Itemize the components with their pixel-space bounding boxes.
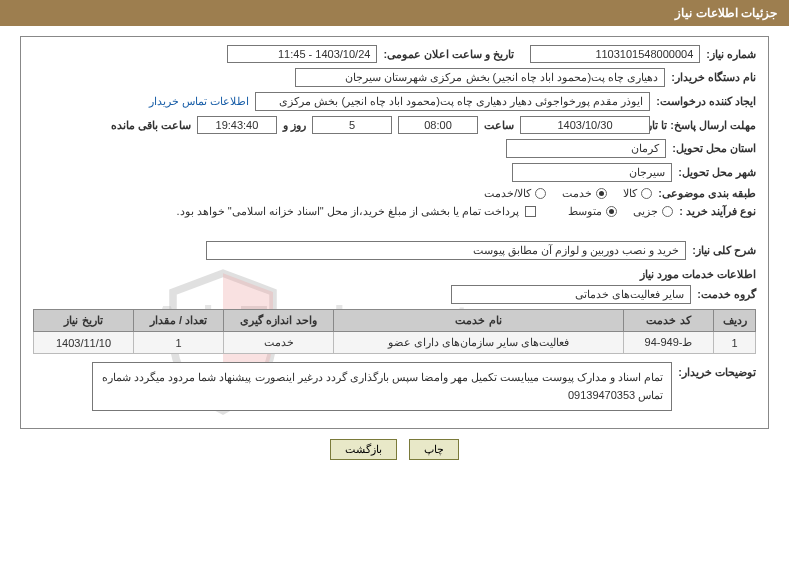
radio-icon [596, 188, 607, 199]
col-qty: تعداد / مقدار [134, 310, 224, 332]
buyer-org-field: دهیاری چاه پت(محمود اباد چاه انجیر) بخش … [295, 68, 665, 87]
service-group-label: گروه خدمت: [697, 288, 756, 301]
cat-goods-service-text: کالا/خدمت [484, 187, 531, 200]
buyer-org-label: نام دستگاه خریدار: [671, 71, 756, 84]
col-row: ردیف [714, 310, 756, 332]
province-field: کرمان [506, 139, 666, 158]
col-date: تاریخ نیاز [34, 310, 134, 332]
col-code: کد خدمت [624, 310, 714, 332]
need-no-field: 1103101548000004 [530, 45, 700, 63]
page-title: جزئیات اطلاعات نیاز [675, 6, 777, 20]
cell-unit: خدمت [224, 332, 334, 354]
buyer-notes-label: توضیحات خریدار: [678, 362, 756, 379]
cat-goods-radio[interactable]: کالا [623, 187, 652, 200]
cell-date: 1403/11/10 [34, 332, 134, 354]
services-header: اطلاعات خدمات مورد نیاز [33, 268, 756, 281]
deadline-label: مهلت ارسال پاسخ: تا تاریخ: [656, 119, 756, 132]
announce-label: تاریخ و ساعت اعلان عمومی: [383, 48, 514, 61]
need-no-label: شماره نیاز: [706, 48, 756, 61]
services-table: ردیف کد خدمت نام خدمت واحد اندازه گیری ت… [33, 309, 756, 354]
col-name: نام خدمت [334, 310, 624, 332]
back-button[interactable]: بازگشت [330, 439, 397, 460]
deadline-time-field: 08:00 [398, 116, 478, 134]
purchase-type-label: نوع فرآیند خرید : [679, 205, 756, 218]
cell-name: فعالیت‌های سایر سازمان‌های دارای عضو [334, 332, 624, 354]
time-label: ساعت [484, 119, 514, 132]
remaining-suffix: ساعت باقی مانده [111, 119, 191, 132]
days-field: 5 [312, 116, 392, 134]
days-suffix: روز و [283, 119, 306, 132]
page-header: جزئیات اطلاعات نیاز [0, 0, 789, 26]
cell-qty: 1 [134, 332, 224, 354]
payment-checkbox[interactable] [525, 206, 536, 217]
province-label: استان محل تحویل: [672, 142, 756, 155]
city-field: سیرجان [512, 163, 672, 182]
category-label: طبقه بندی موضوعی: [658, 187, 756, 200]
radio-icon [535, 188, 546, 199]
cat-service-radio[interactable]: خدمت [562, 187, 607, 200]
cat-service-text: خدمت [562, 187, 592, 200]
announce-field: 1403/10/24 - 11:45 [227, 45, 377, 63]
service-group-field: سایر فعالیت‌های خدماتی [451, 285, 691, 304]
type-partial-radio[interactable]: جزیی [633, 205, 673, 218]
cat-goods-service-radio[interactable]: کالا/خدمت [484, 187, 546, 200]
city-label: شهر محل تحویل: [678, 166, 756, 179]
print-button[interactable]: چاپ [409, 439, 459, 460]
overall-desc-label: شرح کلی نیاز: [692, 244, 756, 257]
remaining-time-field: 19:43:40 [197, 116, 277, 134]
type-medium-radio[interactable]: متوسط [568, 205, 617, 218]
type-medium-text: متوسط [568, 205, 602, 218]
contact-link[interactable]: اطلاعات تماس خریدار [149, 95, 249, 108]
radio-icon [606, 206, 617, 217]
table-header-row: ردیف کد خدمت نام خدمت واحد اندازه گیری ت… [34, 310, 756, 332]
cell-row: 1 [714, 332, 756, 354]
col-unit: واحد اندازه گیری [224, 310, 334, 332]
buyer-notes-box: تمام اسناد و مدارک پیوست میبایست تکمیل م… [92, 362, 672, 411]
overall-desc-field: خرید و نصب دوربین و لوازم آن مطابق پیوست [206, 241, 686, 260]
table-row: 1 ط-949-94 فعالیت‌های سایر سازمان‌های دا… [34, 332, 756, 354]
type-partial-text: جزیی [633, 205, 658, 218]
radio-icon [641, 188, 652, 199]
requester-field: ایوذر مقدم پورخواجوئی دهیار دهیاری چاه پ… [255, 92, 650, 111]
radio-icon [662, 206, 673, 217]
requester-label: ایجاد کننده درخواست: [656, 95, 756, 108]
payment-note: پرداخت تمام یا بخشی از مبلغ خرید،از محل … [177, 205, 520, 218]
cell-code: ط-949-94 [624, 332, 714, 354]
deadline-date-field: 1403/10/30 [520, 116, 650, 134]
cat-goods-text: کالا [623, 187, 637, 200]
